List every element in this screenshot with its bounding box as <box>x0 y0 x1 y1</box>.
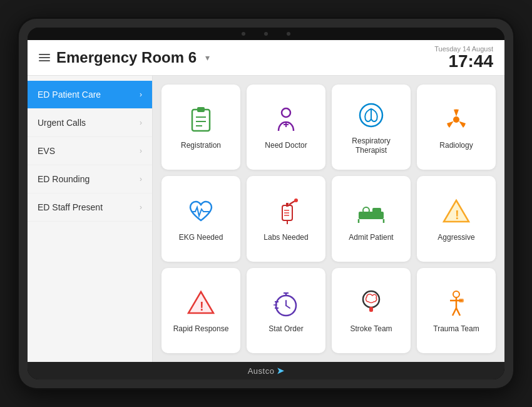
svg-text:!: ! <box>455 208 459 222</box>
injury-icon <box>440 287 473 319</box>
lungs-icon <box>355 99 387 131</box>
camera-left <box>242 32 245 36</box>
card-respiratory-therapist[interactable]: Respiratory Therapist <box>332 85 411 170</box>
brand-logo-icon: ➤ <box>277 366 284 376</box>
svg-point-37 <box>453 291 459 297</box>
card-rapid-response[interactable]: ! Rapid Response <box>161 268 240 353</box>
room-dropdown-icon[interactable]: ▾ <box>205 53 210 63</box>
brand-name: Austco <box>248 366 275 376</box>
device-screen: Emergency Room 6 ▾ Tuesday 14 August 17:… <box>28 28 504 379</box>
sidebar-item-label: ED Patient Care <box>38 90 101 100</box>
header-left: Emergency Room 6 ▾ <box>39 49 210 66</box>
card-registration[interactable]: Registration <box>161 85 240 170</box>
svg-rect-0 <box>192 110 210 131</box>
card-label: Labs Needed <box>263 233 308 243</box>
sidebar-item-label: EVS <box>38 146 55 156</box>
card-stat-order[interactable]: Stat Order <box>247 268 325 353</box>
svg-rect-36 <box>369 307 373 312</box>
card-label: Stat Order <box>269 324 303 334</box>
sidebar-item-urgent-calls[interactable]: Urgent Calls › <box>28 109 152 137</box>
camera-center <box>264 32 268 36</box>
svg-point-10 <box>453 116 459 123</box>
svg-point-5 <box>282 108 290 117</box>
time-display: 17:44 <box>448 53 493 70</box>
brain-icon <box>355 287 387 319</box>
card-ekg-needed[interactable]: EKG Needed <box>161 176 240 261</box>
alert-triangle-icon: ! <box>185 287 217 319</box>
card-grid-area: Registration <box>153 76 504 362</box>
sidebar-item-ed-staff-present[interactable]: ED Staff Present › <box>28 193 152 222</box>
card-label: Respiratory Therapist <box>337 137 406 156</box>
sidebar-item-label: ED Staff Present <box>38 202 103 212</box>
card-label: Aggressive <box>437 233 474 243</box>
room-title: Emergency Room 6 <box>56 49 197 66</box>
header-right: Tuesday 14 August 17:44 <box>434 45 493 70</box>
header: Emergency Room 6 ▾ Tuesday 14 August 17:… <box>28 40 504 76</box>
sidebar: ED Patient Care › Urgent Calls › EVS › E… <box>28 76 153 362</box>
warning-icon: ! <box>440 195 473 228</box>
camera-right <box>287 32 290 36</box>
card-labs-needed[interactable]: Labs Needed <box>247 176 325 261</box>
main-content: ED Patient Care › Urgent Calls › EVS › E… <box>28 76 504 362</box>
sidebar-item-ed-patient-care[interactable]: ED Patient Care › <box>28 81 152 109</box>
card-stroke-team[interactable]: Stroke Team <box>332 268 411 353</box>
stopwatch-icon <box>270 287 302 319</box>
svg-line-31 <box>286 306 290 308</box>
clipboard-icon <box>185 103 217 136</box>
svg-rect-13 <box>287 220 288 224</box>
hamburger-menu-button[interactable] <box>39 54 50 61</box>
screen-content: Emergency Room 6 ▾ Tuesday 14 August 17:… <box>28 40 504 362</box>
card-label: EKG Needed <box>179 233 223 243</box>
card-label: Need Doctor <box>265 141 307 151</box>
card-grid: Registration <box>161 85 496 353</box>
svg-point-14 <box>294 198 298 202</box>
device-bottom-bar: Austco ➤ <box>28 362 504 379</box>
sidebar-item-label: Urgent Calls <box>38 118 86 128</box>
svg-line-41 <box>456 308 460 316</box>
svg-line-40 <box>453 308 456 316</box>
doctor-icon <box>270 103 302 136</box>
svg-rect-19 <box>372 208 381 213</box>
card-label: Registration <box>181 141 221 151</box>
card-radiology[interactable]: Radiology <box>417 85 496 170</box>
svg-rect-12 <box>286 203 289 207</box>
chevron-icon: › <box>140 90 142 99</box>
svg-rect-1 <box>197 107 205 112</box>
card-label: Admit Patient <box>349 233 393 243</box>
card-label: Radiology <box>439 141 473 151</box>
device-top-bar <box>28 28 504 40</box>
card-trauma-team[interactable]: Trauma Team <box>417 268 496 353</box>
card-need-doctor[interactable]: Need Doctor <box>247 85 325 170</box>
svg-text:!: ! <box>200 299 204 313</box>
syringe-icon <box>270 195 302 228</box>
radiation-icon <box>440 103 473 136</box>
heart-pulse-icon <box>185 195 217 228</box>
sidebar-item-ed-rounding[interactable]: ED Rounding › <box>28 165 152 193</box>
card-label: Rapid Response <box>173 324 229 334</box>
chevron-icon: › <box>140 203 142 212</box>
bed-icon <box>355 195 387 228</box>
sidebar-item-evs[interactable]: EVS › <box>28 137 152 165</box>
card-label: Stroke Team <box>350 324 392 334</box>
chevron-icon: › <box>140 118 142 127</box>
card-aggressive[interactable]: ! Aggressive <box>417 176 496 261</box>
svg-rect-42 <box>459 299 464 302</box>
card-admit-patient[interactable]: Admit Patient <box>332 176 411 261</box>
card-label: Trauma Team <box>433 324 479 334</box>
sidebar-item-label: ED Rounding <box>38 174 90 184</box>
chevron-icon: › <box>140 147 142 155</box>
chevron-icon: › <box>140 175 142 183</box>
device-frame: Emergency Room 6 ▾ Tuesday 14 August 17:… <box>19 19 513 388</box>
